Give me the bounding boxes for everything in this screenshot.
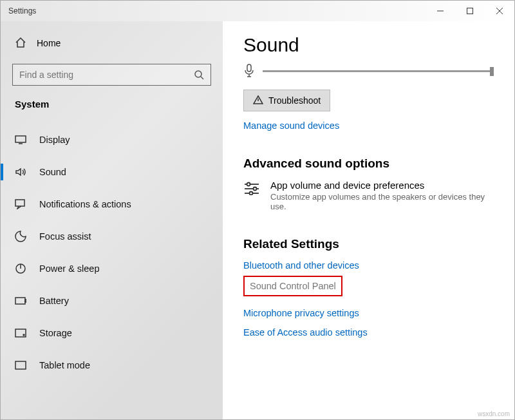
minimize-button[interactable] <box>426 1 455 21</box>
home-icon <box>15 37 26 50</box>
titlebar: Settings <box>1 1 514 21</box>
sidebar-item-label: Power & sleep <box>39 263 100 274</box>
sidebar-item-tablet-mode[interactable]: Tablet mode <box>1 349 223 381</box>
sidebar-item-label: Display <box>39 135 70 145</box>
sidebar-item-label: Storage <box>39 328 72 338</box>
nav-list: Display Sound Notifications & actions Fo… <box>1 124 223 381</box>
maximize-button[interactable] <box>455 1 485 21</box>
power-icon <box>15 263 26 274</box>
sidebar-item-label: Focus assist <box>39 231 91 242</box>
section-header: System <box>1 93 223 120</box>
search-wrap <box>12 64 211 86</box>
svg-rect-11 <box>15 298 25 304</box>
home-label: Home <box>37 38 61 48</box>
close-icon <box>496 8 503 14</box>
related-link-sound-control-panel[interactable]: Sound Control Panel <box>243 276 342 296</box>
settings-window: Settings Home <box>0 0 515 420</box>
input-volume-row <box>243 64 494 78</box>
sound-icon <box>15 166 26 178</box>
troubleshoot-label: Troubleshoot <box>268 95 321 106</box>
sidebar-item-sound[interactable]: Sound <box>1 156 223 188</box>
manage-devices-link[interactable]: Manage sound devices <box>243 120 494 131</box>
related-heading: Related Settings <box>243 237 494 251</box>
notifications-icon <box>15 198 26 210</box>
sidebar-item-storage[interactable]: Storage <box>1 317 223 349</box>
advanced-heading: Advanced sound options <box>243 157 494 171</box>
related-link-microphone-privacy[interactable]: Microphone privacy settings <box>243 308 494 318</box>
svg-rect-17 <box>247 64 251 72</box>
sidebar-item-label: Notifications & actions <box>39 199 131 209</box>
display-icon <box>15 134 26 146</box>
svg-point-21 <box>254 187 257 191</box>
advanced-title: App volume and device preferences <box>270 180 494 191</box>
related-link-ease-of-access[interactable]: Ease of Access audio settings <box>243 327 494 338</box>
svg-rect-8 <box>15 200 24 206</box>
storage-icon <box>15 327 26 339</box>
svg-line-5 <box>201 77 203 79</box>
svg-rect-15 <box>15 361 26 369</box>
search-box[interactable] <box>12 64 211 86</box>
svg-rect-12 <box>25 300 26 302</box>
watermark: wsxdn.com <box>478 410 510 417</box>
sidebar-item-battery[interactable]: Battery <box>1 285 223 317</box>
maximize-icon <box>467 8 473 14</box>
app-volume-preferences[interactable]: App volume and device preferences Custom… <box>243 180 494 211</box>
sidebar: Home System Display Sound <box>1 21 223 419</box>
window-title: Settings <box>8 6 36 15</box>
microphone-icon <box>243 64 255 78</box>
input-volume-slider[interactable] <box>263 70 494 72</box>
svg-point-19 <box>247 183 250 186</box>
main-panel: Sound Troubleshoot Manage sound devices … <box>223 21 514 419</box>
sidebar-item-label: Battery <box>39 296 69 306</box>
minimize-icon <box>437 8 444 14</box>
page-title: Sound <box>243 34 494 56</box>
sidebar-item-display[interactable]: Display <box>1 124 223 156</box>
troubleshoot-button[interactable]: Troubleshoot <box>243 90 330 111</box>
sliders-icon <box>243 181 260 198</box>
battery-icon <box>15 295 26 307</box>
related-link-bluetooth[interactable]: Bluetooth and other devices <box>243 260 494 271</box>
search-input[interactable] <box>19 70 194 80</box>
home-link[interactable]: Home <box>1 29 223 57</box>
svg-point-14 <box>23 334 24 336</box>
focus-assist-icon <box>15 231 26 242</box>
warning-icon <box>253 95 263 107</box>
sidebar-item-label: Tablet mode <box>39 360 90 370</box>
sidebar-item-notifications[interactable]: Notifications & actions <box>1 188 223 220</box>
advanced-desc: Customize app volumes and the speakers o… <box>270 192 494 211</box>
tablet-icon <box>15 359 26 371</box>
content-area: Home System Display Sound <box>1 21 514 419</box>
svg-point-23 <box>250 192 253 195</box>
sidebar-item-label: Sound <box>39 167 66 177</box>
search-icon <box>194 70 204 80</box>
svg-rect-1 <box>467 8 473 14</box>
sidebar-item-focus-assist[interactable]: Focus assist <box>1 220 223 253</box>
sidebar-item-power-sleep[interactable]: Power & sleep <box>1 253 223 285</box>
svg-point-4 <box>195 71 201 77</box>
svg-rect-6 <box>15 136 26 142</box>
close-button[interactable] <box>485 1 514 21</box>
